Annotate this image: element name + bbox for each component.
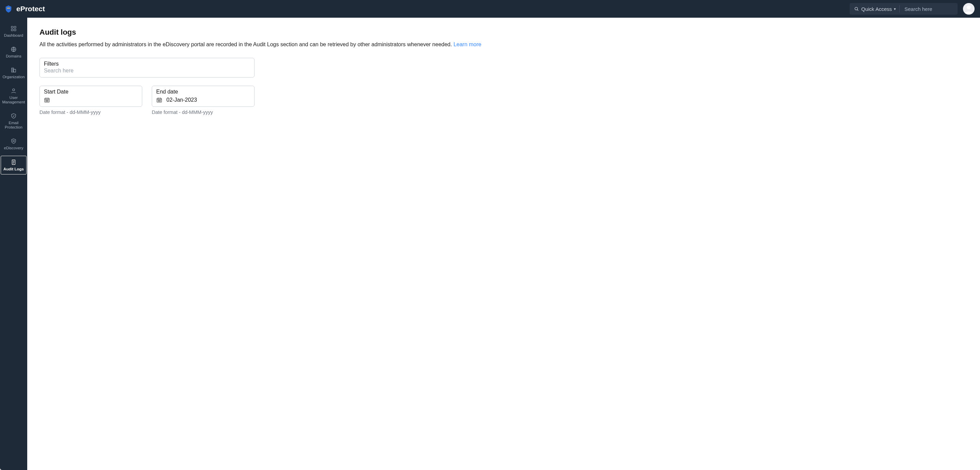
start-date-group: Start Date	[40, 86, 142, 115]
svg-point-40	[160, 101, 160, 102]
sidebar-item-label: eDiscovery	[4, 146, 24, 150]
top-search: Quick Access ▾	[850, 3, 958, 14]
end-date-value: 02-Jan-2023	[166, 97, 197, 103]
dashboard-icon	[10, 25, 17, 32]
end-date-label: End date	[156, 89, 250, 95]
svg-point-25	[46, 100, 46, 100]
svg-point-35	[158, 100, 158, 100]
shield-icon	[10, 113, 17, 119]
svg-point-39	[159, 101, 159, 102]
quick-access-label: Quick Access	[861, 6, 892, 12]
archive-icon	[10, 138, 17, 144]
sidebar-item-label: Organization	[2, 75, 24, 79]
sidebar-item-label: Audit Logs	[3, 167, 24, 171]
page-description: All the activities performed by administ…	[40, 41, 968, 48]
svg-rect-11	[14, 69, 16, 72]
sidebar-item-ediscovery[interactable]: eDiscovery	[0, 135, 27, 153]
start-date-label: Start Date	[44, 89, 138, 95]
start-date-hint: Date format - dd-MMM-yyyy	[40, 110, 142, 115]
log-icon	[10, 159, 17, 166]
sidebar-item-user-management[interactable]: User Management	[0, 85, 27, 107]
filters-label: Filters	[44, 61, 250, 67]
main-content: Audit logs All the activities performed …	[27, 18, 980, 470]
svg-point-15	[13, 89, 14, 91]
sidebar-item-domains[interactable]: Domains	[0, 43, 27, 61]
sidebar-item-label: Domains	[6, 54, 21, 59]
calendar-icon	[156, 97, 162, 103]
svg-rect-8	[14, 29, 16, 31]
start-date-box[interactable]: Start Date	[40, 86, 142, 107]
svg-point-30	[48, 101, 48, 102]
search-icon	[854, 6, 859, 11]
end-date-hint: Date format - dd-MMM-yyyy	[152, 110, 255, 115]
svg-point-1	[855, 7, 858, 10]
brand-logo-icon	[4, 5, 13, 13]
filters-search-input[interactable]	[44, 68, 250, 74]
sidebar-item-label: Dashboard	[4, 33, 23, 38]
end-date-box[interactable]: End date 02-Jan-2023	[152, 86, 255, 107]
svg-rect-7	[11, 29, 13, 31]
filters-box[interactable]: Filters	[40, 58, 255, 78]
svg-point-37	[160, 100, 160, 100]
calendar-icon	[44, 97, 50, 103]
topbar: eProtect Quick Access ▾	[0, 0, 980, 18]
sidebar-item-audit-logs[interactable]: Audit Logs	[1, 156, 27, 175]
globe-icon	[10, 46, 17, 53]
sidebar-item-organization[interactable]: Organization	[0, 64, 27, 82]
date-row: Start Date	[40, 86, 968, 115]
svg-point-38	[158, 101, 158, 102]
sidebar-item-dashboard[interactable]: Dashboard	[0, 22, 27, 40]
svg-line-2	[857, 10, 858, 11]
quick-access-button[interactable]: Quick Access ▾	[852, 5, 900, 13]
svg-rect-0	[7, 8, 10, 8]
svg-point-28	[46, 101, 46, 102]
avatar[interactable]	[963, 3, 975, 14]
svg-rect-5	[11, 26, 13, 28]
svg-rect-16	[13, 140, 14, 142]
svg-point-27	[48, 100, 48, 100]
end-date-group: End date 02-Jan-2023	[152, 86, 255, 115]
svg-point-36	[159, 100, 159, 100]
page-title: Audit logs	[40, 28, 968, 37]
sidebar-item-email-protection[interactable]: Email Protection	[0, 110, 27, 132]
svg-point-4	[967, 5, 970, 9]
learn-more-link[interactable]: Learn more	[453, 41, 482, 47]
sidebar-item-label: User Management	[2, 95, 25, 105]
building-icon	[10, 67, 17, 73]
svg-rect-6	[14, 26, 16, 28]
brand: eProtect	[4, 5, 45, 13]
global-search-input[interactable]	[901, 3, 956, 14]
sidebar: Dashboard Domains Organization	[0, 18, 27, 470]
user-icon	[10, 87, 17, 94]
chevron-down-icon: ▾	[894, 7, 896, 11]
brand-name: eProtect	[16, 5, 45, 13]
sidebar-item-label: Email Protection	[5, 121, 22, 130]
page-description-text: All the activities performed by administ…	[40, 41, 452, 47]
